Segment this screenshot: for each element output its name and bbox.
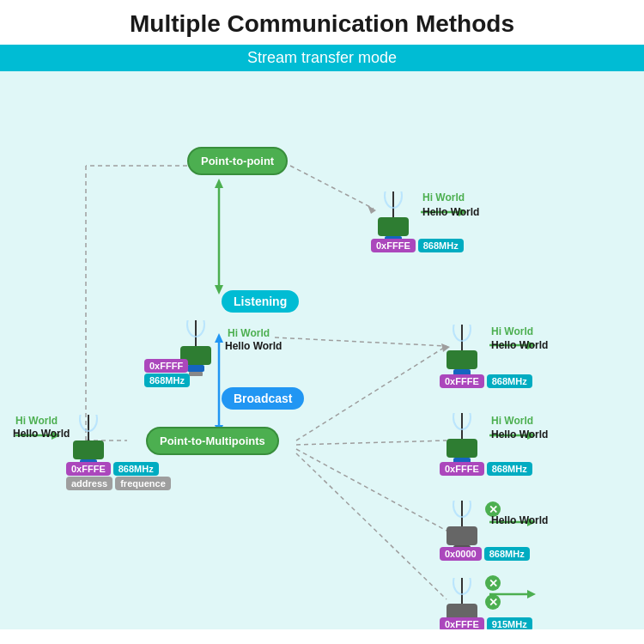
- svg-line-16: [296, 453, 447, 599]
- badge-left-freq: 868MHz: [113, 462, 159, 476]
- svg-rect-20: [187, 365, 204, 372]
- badge-mr2-addr: 0xFFFE: [440, 462, 484, 476]
- badge-br2-freq: 915MHz: [487, 617, 532, 629]
- svg-marker-5: [215, 285, 223, 295]
- badge-left-addr: 0xFFFE: [66, 462, 111, 476]
- svg-rect-38: [447, 439, 477, 458]
- svg-rect-65: [73, 440, 104, 459]
- tr-hello-world: Hello World: [422, 206, 479, 218]
- diagram-area: Point-to-point Listening Broadcast Point…: [0, 71, 644, 629]
- svg-marker-62: [527, 590, 536, 598]
- badge-left-addr-label: address: [66, 477, 112, 490]
- page: Multiple Communication Methods Stream tr…: [0, 0, 644, 644]
- center-freq-badge: 868MHz: [144, 374, 190, 387]
- svg-rect-21: [189, 372, 203, 376]
- badge-br1-freq: 868MHz: [484, 547, 530, 561]
- tr-badges: 0xFFFE 868MHz: [371, 239, 464, 252]
- svg-rect-31: [447, 350, 477, 369]
- main-title: Multiple Communication Methods: [0, 0, 644, 45]
- badge-mr-addr: 0xFFFE: [440, 374, 484, 388]
- left-label-badges: address frequence: [66, 477, 171, 490]
- node-point-to-multipoints: Point-to-Multipoints: [146, 427, 279, 455]
- br1-badges: 0x0000 868MHz: [440, 547, 530, 561]
- svg-rect-24: [378, 217, 409, 236]
- node-listening: Listening: [222, 290, 299, 313]
- tr-hi-world: Hi World: [422, 191, 465, 204]
- center-hi-world: Hi World: [228, 327, 270, 339]
- mr-hello-world: Hello World: [491, 339, 548, 351]
- mr2-badges: 0xFFFE 868MHz: [440, 462, 532, 476]
- badge-addr-ffff: 0xFFFF: [144, 359, 188, 373]
- node-broadcast: Broadcast: [222, 387, 304, 410]
- badge-tr-freq: 868MHz: [418, 239, 464, 252]
- badge-mr-freq: 868MHz: [487, 374, 532, 388]
- subtitle-bar: Stream transfer mode: [0, 45, 644, 71]
- mr2-hello-world: Hello World: [491, 428, 548, 440]
- svg-marker-4: [215, 179, 223, 188]
- svg-line-11: [275, 337, 447, 346]
- badge-left-freq-label: frequence: [115, 477, 171, 490]
- mr-badges: 0xFFFE 868MHz: [440, 374, 532, 388]
- badge-br2-addr: 0xFFFE: [440, 617, 484, 629]
- center-hello-world: Hello World: [225, 340, 282, 352]
- svg-line-9: [290, 166, 374, 209]
- br2-badges: 0xFFFE 915MHz: [440, 617, 532, 629]
- svg-rect-45: [447, 526, 477, 545]
- left-hi-world: Hi World: [15, 415, 58, 427]
- badge-br1-addr: 0x0000: [440, 547, 482, 561]
- mr2-hi-world: Hi World: [491, 415, 533, 427]
- node-point-to-point: Point-to-point: [187, 147, 288, 175]
- badge-tr-addr: 0xFFFE: [371, 239, 416, 252]
- mr-hi-world: Hi World: [491, 325, 533, 337]
- badge-mr2-freq: 868MHz: [487, 462, 532, 476]
- br1-hello-world: Hello World: [491, 514, 548, 526]
- center-addr-badge: 0xFFFF: [144, 359, 188, 373]
- svg-line-13: [296, 346, 447, 440]
- svg-line-14: [296, 440, 447, 445]
- left-addr-badge: 0xFFFE 868MHz: [66, 462, 159, 476]
- badge-freq-868-center: 868MHz: [144, 374, 190, 387]
- arrow-br2: [489, 586, 541, 602]
- svg-line-15: [296, 449, 447, 531]
- left-hello-world: Hello World: [13, 428, 70, 440]
